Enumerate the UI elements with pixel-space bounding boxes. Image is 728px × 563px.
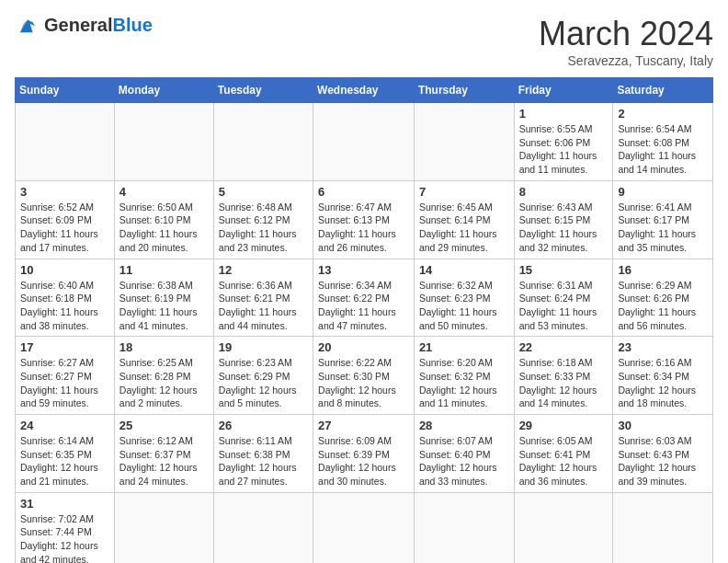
day-info: Sunrise: 6:38 AM Sunset: 6:19 PM Dayligh…: [119, 279, 209, 333]
day-info: Sunrise: 7:02 AM Sunset: 7:44 PM Dayligh…: [20, 512, 109, 563]
day-info: Sunrise: 6:32 AM Sunset: 6:23 PM Dayligh…: [419, 279, 509, 333]
day-number: 25: [119, 419, 209, 432]
day-number: 12: [219, 263, 308, 277]
day-number: 9: [618, 185, 708, 199]
calendar-table: SundayMondayTuesdayWednesdayThursdayFrid…: [15, 77, 713, 563]
day-info: Sunrise: 6:31 AM Sunset: 6:24 PM Dayligh…: [519, 279, 609, 333]
day-info: Sunrise: 6:34 AM Sunset: 6:22 PM Dayligh…: [318, 279, 409, 333]
page-header: GeneralBlue March 2024 Seravezza, Tuscan…: [15, 15, 713, 68]
day-info: Sunrise: 6:52 AM Sunset: 6:09 PM Dayligh…: [20, 201, 109, 255]
day-number: 3: [20, 185, 109, 199]
calendar-week-row: 31Sunrise: 7:02 AM Sunset: 7:44 PM Dayli…: [16, 492, 713, 563]
calendar-cell: [313, 492, 415, 563]
weekday-header-tuesday: Tuesday: [213, 78, 313, 103]
day-info: Sunrise: 6:48 AM Sunset: 6:12 PM Dayligh…: [219, 201, 308, 255]
day-number: 5: [219, 185, 308, 199]
calendar-cell: 13Sunrise: 6:34 AM Sunset: 6:22 PM Dayli…: [313, 259, 415, 337]
day-number: 2: [618, 107, 708, 121]
day-number: 7: [419, 185, 509, 199]
title-block: March 2024 Seravezza, Tuscany, Italy: [539, 15, 713, 68]
calendar-cell: [414, 492, 514, 563]
day-info: Sunrise: 6:18 AM Sunset: 6:33 PM Dayligh…: [519, 356, 609, 410]
day-info: Sunrise: 6:16 AM Sunset: 6:34 PM Dayligh…: [618, 356, 708, 410]
day-number: 24: [20, 419, 109, 432]
day-info: Sunrise: 6:07 AM Sunset: 6:40 PM Dayligh…: [419, 434, 509, 488]
day-info: Sunrise: 6:40 AM Sunset: 6:18 PM Dayligh…: [20, 279, 109, 333]
day-info: Sunrise: 6:20 AM Sunset: 6:32 PM Dayligh…: [419, 356, 509, 410]
day-info: Sunrise: 6:36 AM Sunset: 6:21 PM Dayligh…: [219, 279, 308, 333]
day-number: 22: [519, 340, 609, 354]
calendar-cell: [114, 103, 213, 181]
calendar-cell: 23Sunrise: 6:16 AM Sunset: 6:34 PM Dayli…: [613, 337, 713, 415]
calendar-cell: [213, 103, 313, 181]
day-number: 8: [519, 185, 609, 199]
calendar-cell: 9Sunrise: 6:41 AM Sunset: 6:17 PM Daylig…: [613, 180, 713, 259]
calendar-week-row: 24Sunrise: 6:14 AM Sunset: 6:35 PM Dayli…: [16, 415, 713, 493]
day-number: 19: [219, 340, 308, 354]
calendar-cell: 10Sunrise: 6:40 AM Sunset: 6:18 PM Dayli…: [16, 259, 115, 337]
day-number: 28: [419, 419, 509, 432]
logo: GeneralBlue: [15, 15, 153, 35]
day-number: 1: [519, 107, 609, 121]
calendar-cell: 28Sunrise: 6:07 AM Sunset: 6:40 PM Dayli…: [414, 415, 514, 493]
logo-text: GeneralBlue: [44, 16, 153, 35]
day-info: Sunrise: 6:41 AM Sunset: 6:17 PM Dayligh…: [618, 201, 708, 255]
calendar-cell: 16Sunrise: 6:29 AM Sunset: 6:26 PM Dayli…: [613, 259, 713, 337]
calendar-cell: [213, 492, 313, 563]
day-number: 4: [119, 185, 209, 199]
day-info: Sunrise: 6:45 AM Sunset: 6:14 PM Dayligh…: [419, 201, 509, 255]
calendar-cell: 11Sunrise: 6:38 AM Sunset: 6:19 PM Dayli…: [114, 259, 213, 337]
day-number: 10: [20, 263, 109, 277]
weekday-header-saturday: Saturday: [613, 78, 713, 103]
day-number: 16: [618, 263, 708, 277]
day-info: Sunrise: 6:03 AM Sunset: 6:43 PM Dayligh…: [618, 434, 708, 488]
day-info: Sunrise: 6:54 AM Sunset: 6:08 PM Dayligh…: [618, 122, 708, 177]
day-info: Sunrise: 6:09 AM Sunset: 6:39 PM Dayligh…: [318, 434, 409, 488]
day-number: 31: [20, 497, 109, 511]
calendar-cell: 26Sunrise: 6:11 AM Sunset: 6:38 PM Dayli…: [213, 415, 313, 493]
weekday-header-monday: Monday: [114, 78, 213, 103]
month-title: March 2024: [539, 15, 713, 53]
calendar-week-row: 1Sunrise: 6:55 AM Sunset: 6:06 PM Daylig…: [16, 103, 713, 181]
calendar-cell: 31Sunrise: 7:02 AM Sunset: 7:44 PM Dayli…: [16, 492, 115, 563]
calendar-cell: 7Sunrise: 6:45 AM Sunset: 6:14 PM Daylig…: [414, 180, 514, 259]
logo-icon: [15, 15, 40, 35]
day-number: 17: [20, 340, 109, 354]
calendar-cell: 25Sunrise: 6:12 AM Sunset: 6:37 PM Dayli…: [114, 415, 213, 493]
calendar-cell: [114, 492, 213, 563]
calendar-cell: 17Sunrise: 6:27 AM Sunset: 6:27 PM Dayli…: [16, 337, 115, 415]
location-subtitle: Seravezza, Tuscany, Italy: [539, 53, 713, 68]
calendar-cell: 5Sunrise: 6:48 AM Sunset: 6:12 PM Daylig…: [213, 180, 313, 259]
day-info: Sunrise: 6:50 AM Sunset: 6:10 PM Dayligh…: [119, 201, 209, 255]
calendar-cell: 14Sunrise: 6:32 AM Sunset: 6:23 PM Dayli…: [414, 259, 514, 337]
day-number: 29: [519, 419, 609, 432]
day-info: Sunrise: 6:47 AM Sunset: 6:13 PM Dayligh…: [318, 201, 409, 255]
day-info: Sunrise: 6:55 AM Sunset: 6:06 PM Dayligh…: [519, 122, 609, 177]
calendar-cell: [16, 103, 115, 181]
calendar-cell: 30Sunrise: 6:03 AM Sunset: 6:43 PM Dayli…: [613, 415, 713, 493]
day-info: Sunrise: 6:27 AM Sunset: 6:27 PM Dayligh…: [20, 356, 109, 410]
svg-marker-0: [20, 20, 36, 33]
calendar-cell: 15Sunrise: 6:31 AM Sunset: 6:24 PM Dayli…: [514, 259, 613, 337]
calendar-cell: 29Sunrise: 6:05 AM Sunset: 6:41 PM Dayli…: [514, 415, 613, 493]
calendar-week-row: 17Sunrise: 6:27 AM Sunset: 6:27 PM Dayli…: [16, 337, 713, 415]
calendar-cell: 1Sunrise: 6:55 AM Sunset: 6:06 PM Daylig…: [514, 103, 613, 181]
day-info: Sunrise: 6:14 AM Sunset: 6:35 PM Dayligh…: [20, 434, 109, 488]
day-number: 11: [119, 263, 209, 277]
calendar-week-row: 3Sunrise: 6:52 AM Sunset: 6:09 PM Daylig…: [16, 180, 713, 259]
calendar-cell: 21Sunrise: 6:20 AM Sunset: 6:32 PM Dayli…: [414, 337, 514, 415]
calendar-cell: [313, 103, 415, 181]
calendar-cell: 3Sunrise: 6:52 AM Sunset: 6:09 PM Daylig…: [16, 180, 115, 259]
calendar-cell: 18Sunrise: 6:25 AM Sunset: 6:28 PM Dayli…: [114, 337, 213, 415]
day-number: 27: [318, 419, 409, 432]
calendar-cell: 6Sunrise: 6:47 AM Sunset: 6:13 PM Daylig…: [313, 180, 415, 259]
calendar-cell: 19Sunrise: 6:23 AM Sunset: 6:29 PM Dayli…: [213, 337, 313, 415]
weekday-header-sunday: Sunday: [16, 78, 115, 103]
day-info: Sunrise: 6:43 AM Sunset: 6:15 PM Dayligh…: [519, 201, 609, 255]
calendar-cell: [414, 103, 514, 181]
day-number: 18: [119, 340, 209, 354]
day-number: 26: [219, 419, 308, 432]
calendar-cell: [613, 492, 713, 563]
day-info: Sunrise: 6:22 AM Sunset: 6:30 PM Dayligh…: [318, 356, 409, 410]
day-info: Sunrise: 6:11 AM Sunset: 6:38 PM Dayligh…: [219, 434, 308, 488]
